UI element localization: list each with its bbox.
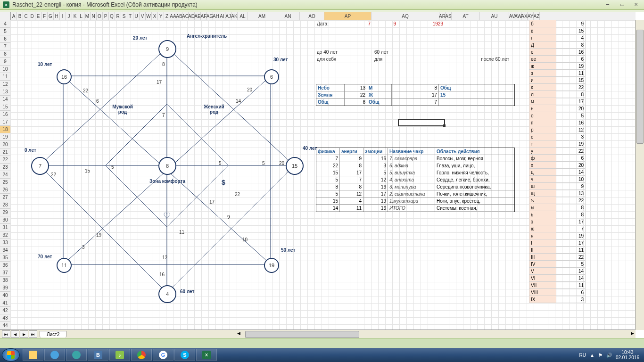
- age-after60: после 60 лет: [472, 56, 510, 63]
- age-forself: для себя: [316, 56, 337, 63]
- tray-flag-icon[interactable]: ⚑: [598, 353, 603, 358]
- window-title: Raschet_22-energii - копия - Microsoft E…: [12, 1, 198, 8]
- date-year: 1923: [398, 20, 444, 27]
- chakra-table: физикаэнергиэмоцииНазвание чакрОбласть д…: [316, 148, 515, 212]
- row-headers[interactable]: 4567891011121314151617181920212223242526…: [0, 20, 11, 338]
- taskbar-excel[interactable]: X: [196, 349, 217, 361]
- tab-nav-first[interactable]: ⏮: [2, 330, 10, 338]
- letters-table: б9в15г4Д8е16ее6ж19з11и15к22л8м17н20о5п16…: [529, 20, 586, 303]
- tray-lang[interactable]: RU: [579, 353, 586, 358]
- tab-nav-next[interactable]: ▶: [20, 330, 28, 338]
- taskbar-google[interactable]: G: [153, 349, 173, 361]
- taskbar-vk[interactable]: B: [88, 349, 108, 361]
- active-cell[interactable]: [398, 119, 445, 126]
- close-button[interactable]: ✕: [630, 0, 642, 8]
- tab-nav-last[interactable]: ⏭: [29, 330, 37, 338]
- taskbar-wmp[interactable]: [66, 349, 87, 361]
- date-label: Дата:: [316, 20, 330, 27]
- summary-table: Небо13М8ОбщЗемля22Ж1715Общ8Общ7: [316, 84, 515, 106]
- tray-volume-icon[interactable]: 🔊: [606, 353, 612, 358]
- taskbar: B ♪ G S X RU ▲ ⚑ 🔊 10:4302.01.2016: [0, 348, 644, 362]
- date-month: 9: [373, 20, 397, 27]
- select-all-corner[interactable]: [0, 12, 11, 21]
- tray-show-hidden-icon[interactable]: ▲: [590, 353, 594, 358]
- spreadsheet-grid[interactable]: Дата: 7 9 1923 до 40 лет 60 лет для себя…: [10, 20, 636, 330]
- age-before40: до 40 лет: [316, 49, 339, 56]
- excel-icon: X: [3, 1, 9, 8]
- minimize-button[interactable]: ━: [602, 0, 614, 8]
- titlebar: X Raschet_22-energii - копия - Microsoft…: [0, 0, 644, 10]
- start-button[interactable]: [2, 348, 20, 362]
- taskbar-explorer[interactable]: [23, 349, 43, 361]
- age-60: 60 лет: [373, 49, 389, 56]
- column-headers[interactable]: ABCDEFGHIJKLMNOPQRSTUVWXYZAAABACADAEAFAG…: [0, 12, 636, 21]
- taskbar-music[interactable]: ♪: [109, 349, 130, 361]
- horizontal-scrollbar[interactable]: ◀ ▶: [236, 329, 636, 338]
- maximize-button[interactable]: ▭: [616, 0, 628, 8]
- statusbar: [0, 338, 644, 348]
- sheet-tab-active[interactable]: Лист2: [40, 331, 66, 337]
- tab-nav-prev[interactable]: ◀: [11, 330, 19, 338]
- age-for: для: [373, 56, 383, 63]
- date-day: 7: [349, 20, 372, 27]
- tray-clock[interactable]: 10:4302.01.2016: [616, 350, 639, 360]
- taskbar-ie[interactable]: [44, 349, 65, 361]
- taskbar-skype[interactable]: S: [174, 349, 195, 361]
- taskbar-chrome[interactable]: [131, 349, 152, 361]
- vertical-scrollbar[interactable]: [635, 20, 644, 330]
